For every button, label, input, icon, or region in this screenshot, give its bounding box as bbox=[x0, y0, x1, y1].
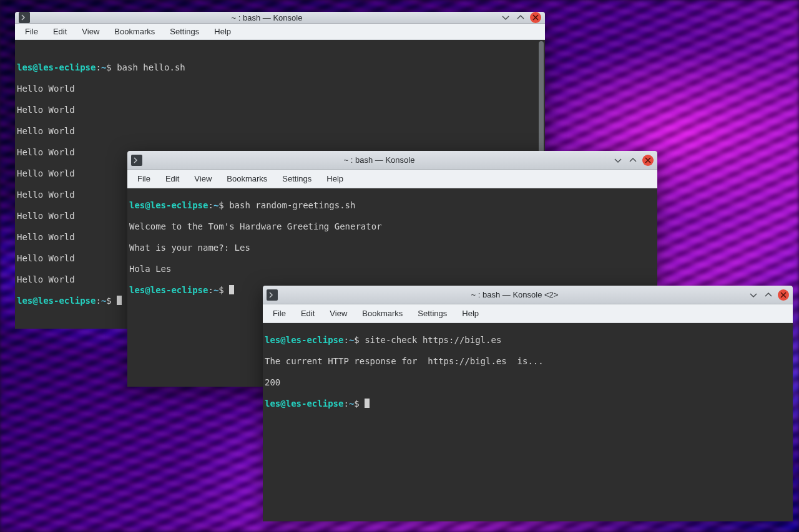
prompt-dollar: $ bbox=[218, 285, 223, 295]
menubar: File Edit View Bookmarks Settings Help bbox=[127, 170, 657, 188]
prompt-user: les@les-eclipse bbox=[129, 200, 208, 210]
maximize-button[interactable] bbox=[627, 155, 639, 166]
menu-file[interactable]: File bbox=[17, 24, 46, 39]
maximize-button[interactable] bbox=[763, 289, 774, 301]
prompt-colon: : bbox=[343, 335, 348, 345]
prompt-dollar: $ bbox=[354, 399, 359, 409]
prompt-user: les@les-eclipse bbox=[17, 62, 96, 72]
command-text: bash random-greetings.sh bbox=[224, 200, 356, 210]
cursor bbox=[117, 296, 122, 305]
prompt-user: les@les-eclipse bbox=[17, 296, 96, 306]
menu-help[interactable]: Help bbox=[207, 24, 238, 39]
prompt-user: les@les-eclipse bbox=[129, 285, 208, 295]
window-controls bbox=[612, 155, 654, 166]
window-title: ~ : bash — Konsole <2> bbox=[282, 290, 748, 299]
output-line: What is your name?: Les bbox=[129, 243, 655, 253]
prompt-dollar: $ bbox=[354, 335, 359, 345]
prompt-dollar: $ bbox=[218, 200, 223, 210]
scrollbar[interactable] bbox=[539, 41, 544, 166]
prompt-dollar: $ bbox=[106, 62, 111, 72]
minimize-button[interactable] bbox=[500, 12, 511, 23]
titlebar[interactable]: ~ : bash — Konsole <2> bbox=[263, 286, 793, 304]
prompt-user: les@les-eclipse bbox=[265, 399, 343, 409]
menu-view[interactable]: View bbox=[187, 171, 219, 186]
command-text: bash hello.sh bbox=[112, 62, 185, 72]
output-line: Welcome to the Tom's Hardware Greeting G… bbox=[129, 221, 655, 232]
window-title: ~ : bash — Konsole bbox=[34, 13, 500, 22]
menu-edit[interactable]: Edit bbox=[293, 306, 322, 321]
maximize-button[interactable] bbox=[515, 12, 526, 23]
menubar: File Edit View Bookmarks Settings Help bbox=[15, 24, 545, 40]
konsole-icon bbox=[131, 155, 142, 166]
output-line: Hello World bbox=[17, 105, 543, 115]
menubar: File Edit View Bookmarks Settings Help bbox=[263, 304, 793, 323]
menu-file[interactable]: File bbox=[130, 171, 158, 186]
menu-bookmarks[interactable]: Bookmarks bbox=[355, 306, 410, 321]
titlebar[interactable]: ~ : bash — Konsole bbox=[15, 12, 545, 24]
prompt-colon: : bbox=[208, 285, 213, 295]
minimize-button[interactable] bbox=[612, 155, 624, 166]
cursor bbox=[229, 285, 234, 294]
menu-bookmarks[interactable]: Bookmarks bbox=[219, 171, 275, 186]
prompt-user: les@les-eclipse bbox=[265, 335, 343, 345]
menu-help[interactable]: Help bbox=[319, 171, 351, 186]
menu-settings[interactable]: Settings bbox=[162, 24, 207, 39]
menu-edit[interactable]: Edit bbox=[158, 171, 187, 186]
menu-edit[interactable]: Edit bbox=[46, 24, 74, 39]
command-text: site-check https://bigl.es bbox=[360, 335, 502, 345]
prompt-colon: : bbox=[343, 399, 348, 409]
prompt-colon: : bbox=[96, 62, 100, 72]
prompt-colon: : bbox=[208, 200, 213, 210]
close-button[interactable] bbox=[530, 12, 541, 23]
window-controls bbox=[500, 12, 541, 23]
menu-file[interactable]: File bbox=[265, 306, 293, 321]
menu-settings[interactable]: Settings bbox=[410, 306, 454, 321]
menu-view[interactable]: View bbox=[74, 24, 107, 39]
konsole-window-3: ~ : bash — Konsole <2> File Edit View Bo… bbox=[263, 286, 793, 521]
prompt-colon: : bbox=[96, 296, 100, 306]
close-button[interactable] bbox=[778, 289, 789, 301]
terminal-area[interactable]: les@les-eclipse:~$ site-check https://bi… bbox=[263, 323, 793, 521]
minimize-button[interactable] bbox=[748, 289, 759, 301]
menu-view[interactable]: View bbox=[322, 306, 355, 321]
window-title: ~ : bash — Konsole bbox=[146, 155, 612, 165]
close-button[interactable] bbox=[642, 155, 654, 166]
titlebar[interactable]: ~ : bash — Konsole bbox=[127, 151, 657, 170]
output-line: Hola Les bbox=[129, 264, 655, 274]
output-line: Hello World bbox=[17, 126, 543, 137]
output-line: The current HTTP response for https://bi… bbox=[265, 356, 791, 367]
konsole-icon bbox=[19, 12, 30, 23]
window-controls bbox=[748, 289, 789, 301]
output-line: Hello World bbox=[17, 84, 543, 94]
menu-help[interactable]: Help bbox=[454, 306, 486, 321]
menu-settings[interactable]: Settings bbox=[275, 171, 319, 186]
output-line: 200 bbox=[265, 377, 791, 388]
cursor bbox=[365, 399, 370, 408]
prompt-dollar: $ bbox=[106, 296, 111, 306]
konsole-icon bbox=[267, 289, 278, 301]
menu-bookmarks[interactable]: Bookmarks bbox=[107, 24, 162, 39]
